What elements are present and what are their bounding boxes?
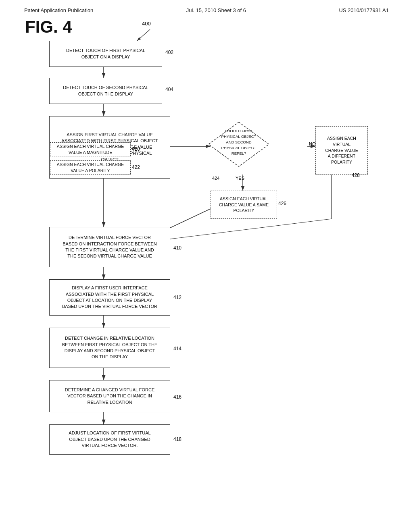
svg-text:PHYSICAL OBJECT: PHYSICAL OBJECT	[221, 145, 257, 150]
box-412: DISPLAY A FIRST USER INTERFACE ASSOCIATE…	[49, 279, 170, 316]
ref-420: 420	[132, 146, 140, 152]
diagram-area: FIG. 4 400	[25, 17, 388, 509]
box-414: DETECT CHANGE IN RELATIVE LOCATION BETWE…	[49, 328, 170, 368]
box-402: DETECT TOUCH OF FIRST PHYSICAL OBJECT ON…	[49, 41, 162, 67]
diamond-408: SHOULD FIRST PHYSICAL OBJECT AND SECOND …	[206, 120, 271, 168]
ref-418: 418	[173, 436, 181, 442]
ref-414: 414	[173, 346, 181, 351]
header-right: US 2010/0177931 A1	[339, 7, 389, 13]
label-424: 424	[212, 176, 219, 181]
svg-text:AND SECOND: AND SECOND	[226, 140, 251, 144]
page-header: Patent Application Publication Jul. 15, …	[0, 0, 413, 17]
yes-label: YES	[236, 176, 244, 181]
ref-422: 422	[132, 164, 140, 170]
header-left: Patent Application Publication	[24, 7, 93, 13]
no-label: NO	[309, 141, 316, 146]
ref-428: 428	[352, 172, 360, 178]
ref-402: 402	[165, 50, 173, 55]
fig-label: FIG. 4	[25, 17, 72, 37]
svg-text:REPEL?: REPEL?	[232, 151, 246, 156]
svg-line-1	[137, 29, 150, 41]
ref-416: 416	[173, 394, 181, 400]
box-422: ASSIGN EACH VIRTUAL CHARGE VALUE A POLAR…	[50, 160, 131, 175]
svg-text:PHYSICAL OBJECT: PHYSICAL OBJECT	[221, 134, 257, 139]
box-426: ASSIGN EACH VIRTUAL CHARGE VALUE A SAME …	[211, 191, 277, 219]
box-420: ASSIGN EACH VIRTUAL CHARGE VALUE A MAGNI…	[50, 142, 131, 156]
box-410: DETERMINE VIRTUAL FORCE VECTOR BASED ON …	[49, 227, 170, 267]
box-418: ADJUST LOCATION OF FIRST VIRTUAL OBJECT …	[49, 424, 170, 455]
ref-412: 412	[173, 295, 181, 300]
ref-404: 404	[165, 87, 173, 92]
box-404: DETECT TOUCH OF SECOND PHYSICAL OBJECT O…	[49, 78, 162, 104]
svg-text:SHOULD FIRST: SHOULD FIRST	[225, 129, 253, 133]
header-middle: Jul. 15, 2010 Sheet 3 of 6	[186, 7, 246, 13]
box-416: DETERMINE A CHANGED VIRTUAL FORCE VECTOR…	[49, 380, 170, 412]
fig-ref-400: 400	[142, 21, 151, 27]
ref-410: 410	[173, 245, 181, 251]
box-428: ASSIGN EACH VIRTUAL CHARGE VALUE A DIFFE…	[315, 126, 368, 175]
ref-426: 426	[278, 201, 286, 206]
